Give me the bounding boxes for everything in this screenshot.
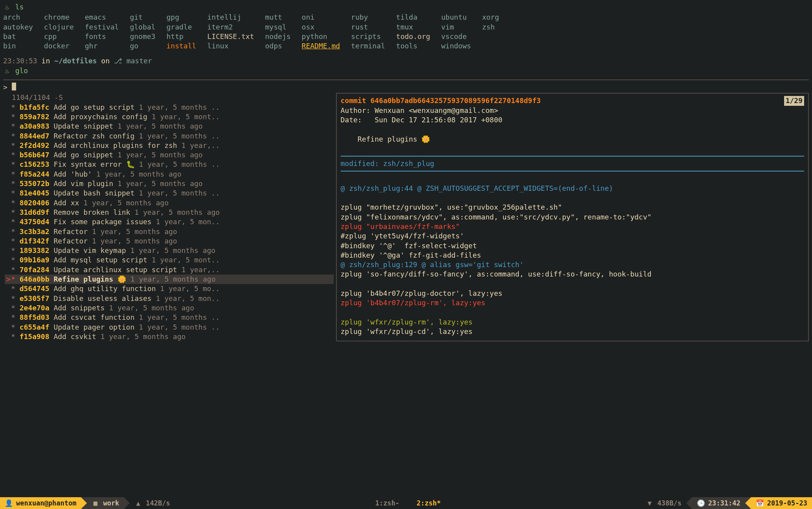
diff-line bbox=[341, 308, 805, 317]
tmux-tabs[interactable]: 1:zsh-2:zsh* bbox=[175, 497, 641, 509]
commit-list[interactable]: 1104/1104 -S * b1fa5fc Add go setup scri… bbox=[3, 93, 334, 341]
ls-item: windows bbox=[441, 41, 471, 51]
commit-row[interactable]: * b1fa5fc Add go setup script 1 year, 5 … bbox=[5, 103, 334, 112]
calendar-icon: 📅 bbox=[756, 499, 763, 508]
diff-line: #bindkey '^@ga' fzf-git-add-files bbox=[341, 251, 805, 260]
preview-page-badge: 1/29 bbox=[784, 96, 804, 105]
commit-row[interactable]: * e5305f7 Disable useless aliases 1 year… bbox=[5, 294, 334, 303]
chevron-left-icon bbox=[686, 497, 692, 509]
separator bbox=[341, 171, 805, 172]
status-user-label: wenxuan@phantom bbox=[16, 499, 77, 508]
status-session: ▦ work bbox=[87, 497, 124, 509]
ls-item: todo.org bbox=[396, 32, 430, 41]
status-user: 👤 wenxuan@phantom bbox=[0, 497, 81, 509]
ls-item: gpg bbox=[166, 13, 196, 22]
commit-row[interactable]: * 859a782 Add proxychains config 1 year,… bbox=[5, 112, 334, 122]
terminal[interactable]: ♨ ls archchromeemacsgitgpgintellijmutton… bbox=[0, 0, 812, 341]
author-value: Wenxuan <wenxuangm@gmail.com> bbox=[375, 106, 498, 114]
ls-item: ghr bbox=[85, 41, 119, 51]
clock-icon: 🕓 bbox=[697, 499, 704, 508]
status-date-label: 2019-05-23 bbox=[767, 499, 807, 508]
commit-row[interactable]: * 3c3b3a2 Refactor 1 year, 5 months ago bbox=[5, 227, 334, 236]
ls-item: clojure bbox=[44, 22, 74, 32]
ls-item: autokey bbox=[3, 22, 33, 32]
commit-row[interactable]: * 8020406 Add xx 1 year, 5 months ago bbox=[5, 198, 334, 208]
commit-row[interactable]: * 81e4045 Update bash snippet 1 year, 5 … bbox=[5, 188, 334, 198]
ls-item: gradle bbox=[166, 22, 196, 32]
chevron-right-icon bbox=[124, 497, 130, 509]
ls-item: xorg bbox=[482, 13, 499, 22]
commit-row[interactable]: * 70fa284 Update archlinux setup script … bbox=[5, 265, 334, 275]
git-branch: master bbox=[127, 57, 152, 65]
modified-file: modified: zsh/zsh_plug bbox=[341, 159, 805, 168]
commit-label: commit bbox=[341, 96, 366, 105]
hunk-header: @ zsh/zsh_plug:44 @ ZSH_AUTOSUGGEST_ACCE… bbox=[341, 184, 805, 193]
fzf-prompt-prefix: > bbox=[3, 83, 12, 91]
commit-row[interactable]: * c655a4f Update pager option 1 year, 5 … bbox=[5, 323, 334, 332]
fzf-counter: 1104/1104 -S bbox=[5, 93, 334, 102]
fzf-query-input[interactable]: > bbox=[3, 83, 809, 92]
ls-item: fonts bbox=[85, 32, 119, 41]
diff-line: zplug 'b4b4r07/zplug-rm', lazy:yes bbox=[341, 298, 805, 308]
fzf-panel[interactable]: > 1104/1104 -S * b1fa5fc Add go setup sc… bbox=[3, 79, 809, 341]
commit-row[interactable]: * 1893382 Update vim keymap 1 year, 5 mo… bbox=[5, 246, 334, 255]
prompt-time: 23:30:53 bbox=[3, 57, 37, 65]
commit-row[interactable]: * d1f342f Refactor 1 year, 5 months ago bbox=[5, 236, 334, 246]
ls-item: bin bbox=[3, 41, 33, 51]
status-date: 📅 2019-05-23 bbox=[751, 497, 812, 509]
ls-command: ls bbox=[15, 3, 24, 11]
flame-icon: ♨ bbox=[3, 66, 11, 76]
diff-line: zplug "felixonmars/ydcv", as:command, us… bbox=[341, 212, 805, 222]
diff-line: zplug "morhetz/gruvbox", use:"gruvbox_25… bbox=[341, 203, 805, 212]
commit-row[interactable]: * a30a983 Update snippet 1 year, 5 month… bbox=[5, 122, 334, 131]
commit-row[interactable]: * 43750d4 Fix some package issues 1 year… bbox=[5, 217, 334, 227]
ls-item: ubuntu bbox=[441, 13, 471, 22]
diff-line: @ zsh/zsh_plug:129 @ alias gsw='git swit… bbox=[341, 260, 805, 269]
diff-line bbox=[341, 279, 805, 289]
diff-line: zplug 'wfxr/zplug-rm', lazy:yes bbox=[341, 317, 805, 327]
ls-item: arch bbox=[3, 13, 33, 22]
commit-row[interactable]: * 09b16a9 Add mysql setup script 1 year,… bbox=[5, 255, 334, 265]
ls-item: ruby bbox=[351, 13, 385, 22]
ls-item: intellij bbox=[207, 13, 254, 22]
commit-row[interactable]: * 8844ed7 Refactor zsh config 1 year, 5 … bbox=[5, 131, 334, 141]
ls-item: oni bbox=[302, 13, 340, 22]
prompt-on: on bbox=[101, 57, 110, 65]
diff-line: zplug 'wfxr/zplug-cd', lazy:yes bbox=[341, 327, 805, 336]
commit-message: Refine plugins 🌼 bbox=[358, 135, 430, 143]
chevron-left-icon bbox=[745, 497, 751, 509]
tmux-tab[interactable]: 1:zsh- bbox=[371, 499, 403, 508]
commit-row[interactable]: * 31d6d9f Remove broken link 1 year, 5 m… bbox=[5, 208, 334, 217]
date-value: Sun Dec 17 21:56:08 2017 +0800 bbox=[375, 116, 502, 124]
commit-row[interactable]: * 88f5d03 Add csvcat function 1 year, 5 … bbox=[5, 313, 334, 322]
down-icon: ▼ bbox=[646, 499, 654, 508]
prompt-path: ~/dotfiles bbox=[54, 57, 97, 65]
commit-row[interactable]: * 2e4e70a Add snippets 1 year, 5 months … bbox=[5, 303, 334, 313]
commit-row[interactable]: * c156253 Fix syntax error 🐛 1 year, 5 m… bbox=[5, 160, 334, 169]
ls-item: mutt bbox=[265, 13, 291, 22]
commit-row[interactable]: * f85a244 Add 'hub' 1 year, 5 months ago bbox=[5, 170, 334, 179]
git-branch-icon: ⎇ bbox=[114, 57, 122, 65]
commit-preview[interactable]: 1/29 commit 646a0bb7adb66432575937089596… bbox=[336, 93, 809, 341]
grid-icon: ▦ bbox=[92, 499, 99, 508]
glo-command-line: ♨ glo bbox=[3, 66, 809, 76]
ls-item: global bbox=[130, 22, 155, 32]
status-clock: 🕓 23:31:42 bbox=[692, 497, 745, 509]
commit-hash: 646a0bb7adb66432575937089596f2270148d9f3 bbox=[370, 96, 540, 105]
tmux-tab[interactable]: 2:zsh* bbox=[413, 499, 445, 508]
user-icon: 👤 bbox=[5, 499, 12, 508]
prompt: 23:30:53 in ~/dotfiles on ⎇ master bbox=[3, 54, 809, 66]
ls-item: README.md bbox=[302, 41, 340, 51]
commit-row[interactable]: >* 646a0bb Refine plugins 🌼 1 year, 5 mo… bbox=[5, 275, 334, 284]
commit-row[interactable]: * 2f2d492 Add archlinux plugins for zsh … bbox=[5, 141, 334, 150]
ls-command-line: ♨ ls bbox=[3, 2, 809, 12]
commit-row[interactable]: * b56b647 Add go snippet 1 year, 5 month… bbox=[5, 150, 334, 160]
commit-row[interactable]: * 535072b Add vim plugin 1 year, 5 month… bbox=[5, 179, 334, 188]
commit-row[interactable]: * d564745 Add ghq utility function 1 yea… bbox=[5, 284, 334, 293]
ls-item: linux bbox=[207, 41, 254, 51]
ls-item: docker bbox=[44, 41, 74, 51]
commit-row[interactable]: * f15a908 Add csvkit 1 year, 5 months ag… bbox=[5, 332, 334, 341]
tmux-statusbar[interactable]: 👤 wenxuan@phantom ▦ work ▲ 142B/s 1:zsh-… bbox=[0, 497, 812, 509]
diff-line: zplug 'b4b4r07/zplug-doctor', lazy:yes bbox=[341, 289, 805, 298]
ls-item: scripts bbox=[351, 32, 385, 41]
